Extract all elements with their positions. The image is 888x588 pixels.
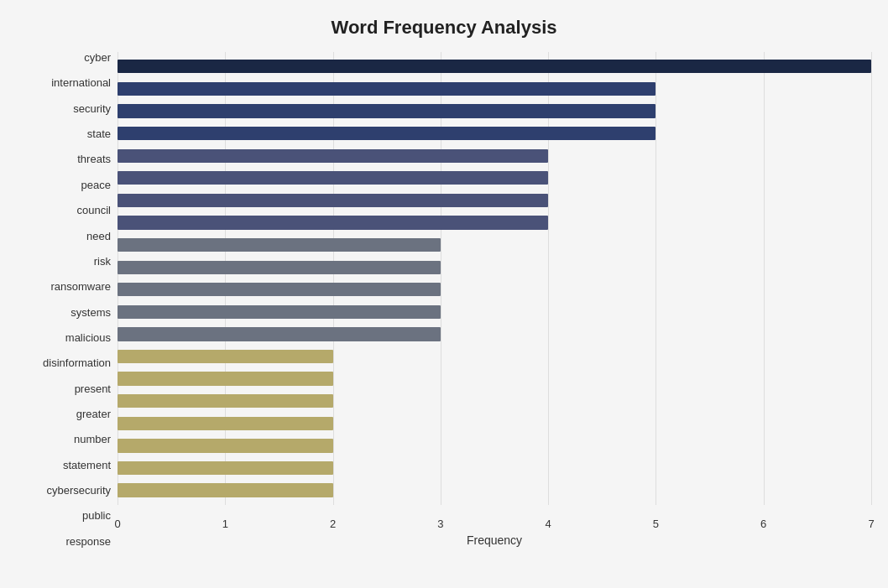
bar: [118, 171, 548, 185]
y-axis-label: number: [17, 434, 111, 445]
bar-row: [118, 211, 871, 234]
y-axis-label: malicious: [17, 332, 111, 343]
bar: [118, 216, 548, 229]
chart-title: Word Frequency Analysis: [17, 17, 871, 39]
y-axis-label: need: [17, 231, 111, 242]
bar: [118, 82, 656, 96]
bar: [118, 439, 333, 452]
bar-row: [118, 122, 871, 145]
bar: [118, 327, 441, 341]
x-axis-tick-label: 3: [437, 518, 443, 530]
y-axis-label: present: [17, 383, 111, 394]
bar: [118, 461, 333, 475]
bar-row: [118, 234, 871, 257]
x-axis-tick-label: 4: [546, 518, 551, 530]
chart-area: cyberinternationalsecuritystatethreatspe…: [17, 52, 871, 547]
bar: [118, 261, 441, 274]
bar: [118, 372, 333, 385]
bar-row: [118, 413, 871, 435]
x-axis-tick-label: 6: [760, 518, 766, 530]
x-axis-tick-label: 1: [222, 518, 228, 530]
x-axis-tick-label: 5: [653, 518, 659, 530]
y-axis-label: public: [17, 510, 111, 521]
bar-row: [118, 278, 871, 301]
y-axis-label: state: [17, 128, 111, 139]
bar: [118, 194, 548, 207]
bar-row: [118, 390, 871, 413]
bar-row: [118, 346, 871, 368]
bar: [118, 127, 656, 140]
bar-row: [118, 323, 871, 346]
bar: [118, 394, 333, 408]
bar: [118, 305, 441, 319]
x-axis-title: Frequency: [118, 533, 871, 547]
x-axis-tick-label: 2: [330, 518, 336, 530]
x-axis-labels: 01234567: [118, 505, 871, 530]
y-axis-label: cyber: [17, 52, 111, 63]
bar-row: [118, 434, 871, 457]
bar: [118, 149, 548, 163]
y-axis-label: security: [17, 103, 111, 114]
x-axis-tick-label: 0: [114, 518, 120, 530]
bar-row: [118, 479, 871, 502]
bar: [118, 238, 441, 252]
y-axis-labels: cyberinternationalsecuritystatethreatspe…: [17, 52, 118, 547]
bar-row: [118, 301, 871, 324]
bar-row: [118, 367, 871, 390]
bar-row: [118, 78, 871, 101]
bar: [118, 283, 441, 296]
bar-row: [118, 144, 871, 167]
grid-and-bars: 01234567: [118, 52, 871, 530]
y-axis-label: threats: [17, 154, 111, 164]
bar-row: [118, 256, 871, 278]
y-axis-label: systems: [17, 307, 111, 318]
bar: [118, 60, 871, 73]
bars-wrapper: [118, 52, 871, 505]
y-axis-label: council: [17, 205, 111, 216]
y-axis-label: greater: [17, 408, 111, 419]
y-axis-label: cybersecurity: [17, 485, 111, 496]
y-axis-label: response: [17, 536, 111, 547]
bar: [118, 483, 333, 497]
grid-line: [871, 52, 872, 505]
bar-row: [118, 190, 871, 212]
y-axis-label: ransomware: [17, 281, 111, 292]
y-axis-label: peace: [17, 180, 111, 190]
y-axis-label: risk: [17, 256, 111, 267]
bar: [118, 417, 333, 430]
bar-row: [118, 167, 871, 190]
y-axis-label: international: [17, 77, 111, 88]
x-axis-tick-label: 7: [868, 518, 874, 530]
y-axis-label: statement: [17, 460, 111, 471]
bar-row: [118, 457, 871, 480]
bar: [118, 350, 333, 363]
bar-row: [118, 55, 871, 78]
bars-and-grid: 01234567 Frequency: [118, 52, 871, 547]
bar: [118, 104, 656, 117]
y-axis-label: disinformation: [17, 357, 111, 368]
chart-container: Word Frequency Analysis cyberinternation…: [0, 0, 888, 588]
bar-row: [118, 100, 871, 122]
